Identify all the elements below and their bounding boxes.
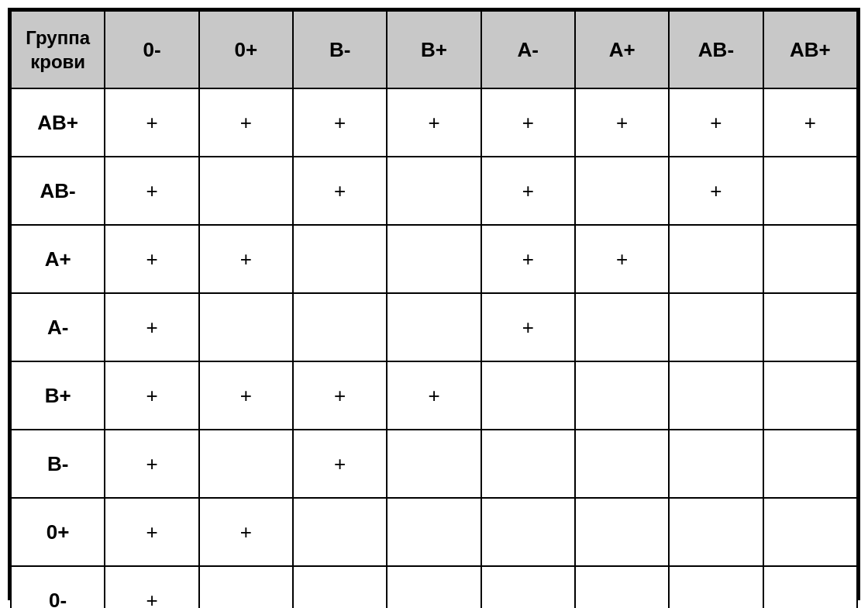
cell-0--col3 — [387, 566, 480, 608]
cell-B--col5 — [575, 430, 669, 498]
cell-B+-col5 — [575, 361, 669, 430]
cell-AB+-col2: + — [293, 88, 387, 157]
cell-0--col0: + — [105, 566, 198, 608]
cell-A+-col1: + — [199, 225, 293, 293]
cell-AB+-col0: + — [105, 88, 198, 157]
header-bpos: B+ — [387, 11, 480, 88]
cell-A+-col4: + — [481, 225, 575, 293]
cell-A--col4: + — [481, 293, 575, 361]
table-row: 0+++ — [11, 498, 857, 566]
cell-0+-col3 — [387, 498, 480, 566]
cell-A+-col3 — [387, 225, 480, 293]
cell-AB--col1 — [199, 157, 293, 225]
cell-0+-col4 — [481, 498, 575, 566]
cell-AB--col6: + — [669, 157, 763, 225]
table-row: B+++++ — [11, 361, 857, 430]
cell-AB+-col6: + — [669, 88, 763, 157]
cell-A--col1 — [199, 293, 293, 361]
cell-B--col1 — [199, 430, 293, 498]
cell-A+-col7 — [763, 225, 857, 293]
cell-A--col3 — [387, 293, 480, 361]
header-apos: A+ — [575, 11, 669, 88]
row-label-0+: 0+ — [11, 498, 105, 566]
cell-A--col7 — [763, 293, 857, 361]
cell-AB+-col1: + — [199, 88, 293, 157]
cell-B+-col6 — [669, 361, 763, 430]
blood-type-table: Группа крови 0- 0+ B- B+ A- A+ AB- AB+ A… — [8, 8, 860, 600]
cell-0+-col6 — [669, 498, 763, 566]
cell-B--col2: + — [293, 430, 387, 498]
cell-0+-col2 — [293, 498, 387, 566]
cell-B+-col3: + — [387, 361, 480, 430]
cell-AB--col4: + — [481, 157, 575, 225]
cell-0+-col0: + — [105, 498, 198, 566]
table-row: A+++++ — [11, 225, 857, 293]
table-row: A-++ — [11, 293, 857, 361]
cell-AB--col5 — [575, 157, 669, 225]
cell-A+-col6 — [669, 225, 763, 293]
header-bneg: B- — [293, 11, 387, 88]
header-abneg: AB- — [669, 11, 763, 88]
cell-0+-col5 — [575, 498, 669, 566]
cell-B--col6 — [669, 430, 763, 498]
row-label-AB-: AB- — [11, 157, 105, 225]
cell-AB--col2: + — [293, 157, 387, 225]
cell-AB--col0: + — [105, 157, 198, 225]
cell-AB+-col5: + — [575, 88, 669, 157]
row-label-A-: A- — [11, 293, 105, 361]
cell-0--col2 — [293, 566, 387, 608]
cell-AB+-col4: + — [481, 88, 575, 157]
header-0pos: 0+ — [199, 11, 293, 88]
table-row: B-++ — [11, 430, 857, 498]
cell-A--col6 — [669, 293, 763, 361]
header-abpos: AB+ — [763, 11, 857, 88]
cell-A+-col5: + — [575, 225, 669, 293]
cell-0+-col7 — [763, 498, 857, 566]
cell-A--col5 — [575, 293, 669, 361]
cell-B--col4 — [481, 430, 575, 498]
cell-0--col1 — [199, 566, 293, 608]
header-aneg: A- — [481, 11, 575, 88]
cell-0--col5 — [575, 566, 669, 608]
cell-B--col3 — [387, 430, 480, 498]
cell-0+-col1: + — [199, 498, 293, 566]
cell-A+-col2 — [293, 225, 387, 293]
row-label-B-: B- — [11, 430, 105, 498]
cell-B+-col1: + — [199, 361, 293, 430]
table-row: AB-++++ — [11, 157, 857, 225]
cell-B+-col4 — [481, 361, 575, 430]
row-label-AB+: AB+ — [11, 88, 105, 157]
cell-AB+-col7: + — [763, 88, 857, 157]
cell-0--col7 — [763, 566, 857, 608]
cell-0--col4 — [481, 566, 575, 608]
cell-0--col6 — [669, 566, 763, 608]
table-row: AB+++++++++ — [11, 88, 857, 157]
row-label-B+: B+ — [11, 361, 105, 430]
cell-A--col0: + — [105, 293, 198, 361]
header-blood-type: Группа крови — [11, 11, 105, 88]
cell-B--col7 — [763, 430, 857, 498]
cell-B--col0: + — [105, 430, 198, 498]
row-label-0-: 0- — [11, 566, 105, 608]
header-0neg: 0- — [105, 11, 198, 88]
cell-B+-col0: + — [105, 361, 198, 430]
cell-A+-col0: + — [105, 225, 198, 293]
cell-AB+-col3: + — [387, 88, 480, 157]
cell-AB--col3 — [387, 157, 480, 225]
table-row: 0-+ — [11, 566, 857, 608]
cell-A--col2 — [293, 293, 387, 361]
row-label-A+: A+ — [11, 225, 105, 293]
cell-B+-col2: + — [293, 361, 387, 430]
cell-AB--col7 — [763, 157, 857, 225]
cell-B+-col7 — [763, 361, 857, 430]
